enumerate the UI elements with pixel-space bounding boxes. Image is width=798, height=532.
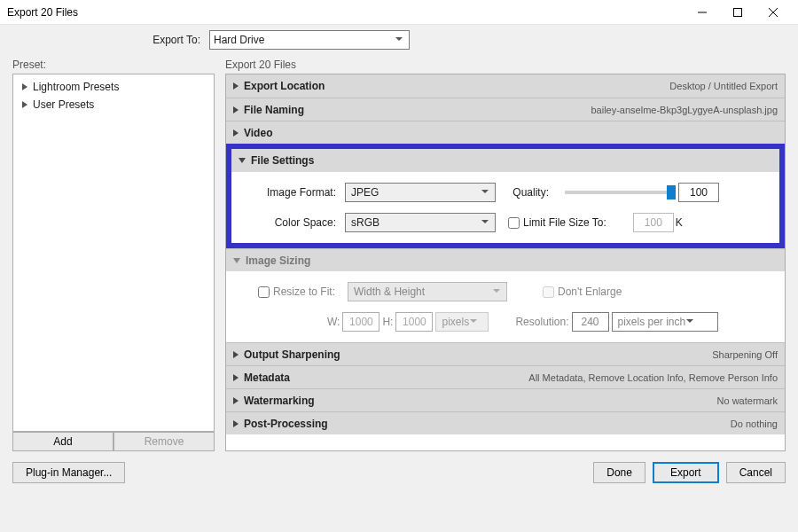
chevron-down-icon bbox=[395, 34, 403, 46]
section-export-location[interactable]: Export Location Desktop / Untitled Expor… bbox=[226, 74, 785, 98]
export-button[interactable]: Export bbox=[653, 462, 719, 483]
minimize-button[interactable] bbox=[685, 4, 720, 21]
triangle-right-icon bbox=[233, 374, 239, 381]
section-title: Video bbox=[244, 127, 272, 139]
chevron-down-icon bbox=[492, 286, 501, 298]
resolution-unit-select[interactable]: pixels per inch bbox=[612, 312, 718, 332]
limit-filesize-input: 100 bbox=[633, 213, 674, 232]
section-title: Post-Processing bbox=[244, 418, 328, 430]
chevron-down-icon bbox=[469, 316, 478, 328]
resize-mode-value: Width & Height bbox=[354, 286, 425, 298]
triangle-down-icon bbox=[239, 158, 246, 163]
quality-slider[interactable] bbox=[565, 191, 671, 194]
slider-thumb-icon[interactable] bbox=[667, 185, 676, 200]
section-title: Export Location bbox=[244, 80, 325, 92]
triangle-right-icon bbox=[233, 351, 239, 358]
section-summary: Do nothing bbox=[731, 419, 778, 429]
chevron-down-icon bbox=[481, 186, 489, 199]
triangle-down-icon bbox=[233, 258, 240, 263]
triangle-right-icon bbox=[233, 129, 239, 137]
plugin-manager-button[interactable]: Plug-in Manager... bbox=[12, 462, 125, 483]
preset-item-label: Lightroom Presets bbox=[33, 81, 119, 93]
limit-filesize-checkbox[interactable] bbox=[508, 217, 520, 229]
image-format-select[interactable]: JPEG bbox=[345, 183, 496, 202]
section-watermarking[interactable]: Watermarking No watermark bbox=[226, 388, 785, 411]
size-unit-value: pixels bbox=[442, 316, 469, 328]
preset-add-button[interactable]: Add bbox=[12, 432, 113, 451]
height-label: H: bbox=[382, 316, 393, 328]
width-label: W: bbox=[327, 316, 340, 328]
section-video[interactable]: Video bbox=[226, 121, 785, 144]
triangle-right-icon bbox=[22, 101, 27, 108]
file-settings-body: Image Format: JPEG Quality: 100 bbox=[231, 172, 779, 243]
limit-filesize-unit: K bbox=[676, 216, 683, 229]
maximize-button[interactable] bbox=[720, 4, 755, 21]
preset-label: Preset: bbox=[12, 59, 215, 71]
color-space-label: Color Space: bbox=[247, 216, 345, 229]
dont-enlarge-checkbox bbox=[543, 286, 554, 298]
titlebar: Export 20 Files bbox=[0, 0, 798, 25]
triangle-right-icon bbox=[233, 106, 239, 113]
section-file-settings[interactable]: File Settings bbox=[231, 149, 779, 172]
resize-to-fit-checkbox[interactable] bbox=[258, 286, 270, 298]
panels-header: Export 20 Files bbox=[225, 59, 786, 71]
preset-item-label: User Presets bbox=[33, 98, 94, 111]
resolution-unit-value: pixels per inch bbox=[618, 316, 686, 328]
export-to-label: Export To: bbox=[12, 34, 209, 46]
section-file-naming[interactable]: File Naming bailey-anselme-Bkp3gLygyeA-u… bbox=[226, 98, 785, 121]
svg-rect-0 bbox=[734, 8, 742, 16]
color-space-value: sRGB bbox=[351, 216, 379, 229]
height-input: 1000 bbox=[395, 312, 433, 332]
image-format-value: JPEG bbox=[351, 186, 379, 199]
section-summary: bailey-anselme-Bkp3gLygyeA-unsplash.jpg bbox=[591, 105, 778, 115]
done-button[interactable]: Done bbox=[593, 462, 645, 483]
section-summary: No watermark bbox=[717, 395, 778, 406]
triangle-right-icon bbox=[233, 420, 239, 427]
quality-label: Quality: bbox=[496, 186, 558, 199]
preset-list[interactable]: Lightroom Presets User Presets bbox=[12, 74, 215, 432]
section-title: Output Sharpening bbox=[244, 348, 340, 361]
preset-remove-button: Remove bbox=[113, 432, 215, 451]
window-title: Export 20 Files bbox=[7, 6, 685, 19]
section-summary: Desktop / Untitled Export bbox=[669, 81, 778, 91]
section-summary: All Metadata, Remove Location Info, Remo… bbox=[528, 372, 778, 383]
image-format-label: Image Format: bbox=[247, 186, 345, 199]
export-to-value: Hard Drive bbox=[214, 34, 264, 46]
preset-item-lightroom[interactable]: Lightroom Presets bbox=[17, 78, 210, 96]
section-summary: Sharpening Off bbox=[712, 349, 778, 360]
limit-filesize-label: Limit File Size To: bbox=[523, 216, 606, 229]
resize-mode-select: Width & Height bbox=[348, 282, 507, 301]
section-title: File Settings bbox=[251, 154, 314, 167]
triangle-right-icon bbox=[233, 397, 239, 404]
preset-item-user[interactable]: User Presets bbox=[17, 96, 210, 113]
section-title: Watermarking bbox=[244, 395, 315, 407]
resize-to-fit-label: Resize to Fit: bbox=[273, 286, 335, 298]
section-title: Metadata bbox=[244, 372, 290, 384]
chevron-down-icon bbox=[481, 216, 489, 229]
quality-input[interactable]: 100 bbox=[678, 183, 719, 202]
section-metadata[interactable]: Metadata All Metadata, Remove Location I… bbox=[226, 365, 785, 388]
section-title: Image Sizing bbox=[246, 254, 310, 267]
width-input: 1000 bbox=[342, 312, 379, 332]
resolution-input[interactable]: 240 bbox=[572, 312, 609, 332]
section-post-processing[interactable]: Post-Processing Do nothing bbox=[226, 411, 785, 434]
section-title: File Naming bbox=[244, 104, 304, 116]
file-settings-highlight: File Settings Image Format: JPEG Quality… bbox=[226, 144, 785, 248]
panels-scroll[interactable]: Export Location Desktop / Untitled Expor… bbox=[225, 74, 786, 451]
triangle-right-icon bbox=[233, 82, 239, 90]
color-space-select[interactable]: sRGB bbox=[345, 213, 496, 232]
section-image-sizing[interactable]: Image Sizing bbox=[226, 248, 785, 271]
cancel-button[interactable]: Cancel bbox=[726, 462, 786, 483]
resolution-label: Resolution: bbox=[515, 316, 568, 328]
export-to-select[interactable]: Hard Drive bbox=[209, 30, 410, 50]
image-sizing-body: Resize to Fit: Width & Height Don't Enla… bbox=[226, 271, 785, 342]
dont-enlarge-label: Don't Enlarge bbox=[558, 286, 622, 298]
chevron-down-icon bbox=[685, 316, 694, 328]
section-output-sharpening[interactable]: Output Sharpening Sharpening Off bbox=[226, 342, 785, 365]
close-button[interactable] bbox=[755, 4, 791, 21]
triangle-right-icon bbox=[22, 83, 27, 90]
size-unit-select: pixels bbox=[435, 312, 489, 332]
